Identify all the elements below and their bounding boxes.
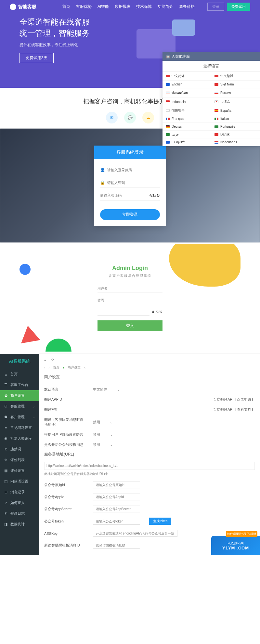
lang-item-15[interactable]: Dansk: [211, 131, 260, 138]
nav-login-button[interactable]: 登录: [207, 3, 224, 11]
sidebar-item-13[interactable]: ⎘登录日志: [0, 508, 39, 519]
input-orig-id[interactable]: [93, 482, 140, 488]
refresh-icon[interactable]: ⟳: [51, 358, 54, 362]
login-pass-input[interactable]: [107, 181, 160, 185]
lock-icon: 🔒: [100, 180, 105, 185]
logo[interactable]: 智能客服: [10, 4, 36, 10]
lang-item-11[interactable]: Italian: [211, 115, 260, 123]
sidebar-item-14[interactable]: ◨数据统计: [0, 519, 39, 530]
sidebar-item-3[interactable]: ⚇客服管理⌄: [0, 401, 39, 412]
login-user-input[interactable]: [107, 168, 160, 172]
sidebar-item-2[interactable]: ✿商户设置: [0, 390, 39, 401]
label-aeskey: AESKey: [44, 532, 86, 535]
input-wx-token[interactable]: [93, 518, 140, 525]
nav-back-icon[interactable]: ‹: [44, 366, 45, 369]
free-trial-button[interactable]: 免费试用3天: [20, 53, 54, 63]
lang-item-12[interactable]: Deutsch: [162, 123, 211, 131]
lang-item-16[interactable]: Ελληνικά: [162, 138, 211, 146]
sidebar-item-0[interactable]: ⌂首页: [0, 369, 39, 380]
login-captcha-input[interactable]: [100, 193, 146, 197]
admin-submit-button[interactable]: 登入: [98, 320, 162, 331]
link-baidu-docs[interactable]: 百度翻译API【查看文档】: [213, 407, 255, 412]
server-url-box[interactable]: http://woline.test/weixin/index/index/bu…: [44, 462, 255, 470]
nav-ai[interactable]: AI智能: [98, 4, 109, 9]
sidebar: AI客服系统 ⌂首页☰客服工作台✿商户设置⚇客服管理⌄⚉客户管理⌄≡常见问题设置…: [0, 354, 39, 555]
lang-item-3[interactable]: Việt Nam: [211, 81, 260, 88]
lang-item-8[interactable]: 대한민국: [162, 106, 211, 115]
admin-user-input[interactable]: [98, 285, 162, 292]
link-baidu-apply[interactable]: 百度翻译API【点击申请】: [213, 397, 255, 402]
nav-advantage[interactable]: 客服优势: [76, 4, 92, 9]
sidebar-item-12[interactable]: ?如何接入: [0, 497, 39, 508]
admin-pass-input[interactable]: [98, 296, 162, 304]
input-aeskey[interactable]: [93, 530, 177, 537]
nav-home[interactable]: 首页: [62, 4, 70, 9]
sidebar-item-1[interactable]: ☰客服工作台: [0, 380, 39, 390]
row-orig-id: 公众号原始id: [44, 479, 255, 491]
nav-reports[interactable]: 数据报表: [115, 4, 130, 9]
lang-header-text: AI智能客服: [172, 54, 190, 59]
lang-label: Deutsch: [172, 125, 184, 128]
select-default-lang[interactable]: 中文简体⌄: [93, 387, 120, 392]
lang-item-7[interactable]: にほん: [211, 97, 260, 106]
lang-label: Россия: [220, 91, 231, 95]
flag-icon: [214, 100, 218, 103]
sidebar-item-9[interactable]: ▦评价设置: [0, 465, 39, 476]
captcha-image[interactable]: 4H3Q: [149, 193, 160, 198]
input-wx-appsecret[interactable]: [93, 506, 140, 512]
breadcrumb-home[interactable]: 首页: [53, 365, 59, 370]
sidebar-item-11[interactable]: ⊟消息记录: [0, 487, 39, 497]
lang-label: English: [172, 83, 182, 86]
select-ip-lang[interactable]: 禁用⌄: [93, 432, 113, 437]
label-ip-lang: 根据用户IP自动设置语言: [44, 432, 86, 437]
input-wx-appid[interactable]: [93, 494, 140, 500]
lang-item-13[interactable]: Português: [211, 123, 260, 131]
lang-item-1[interactable]: 中文繁體: [211, 72, 260, 81]
nav-right: 登录 免费试用: [207, 3, 250, 11]
sidebar-item-5[interactable]: ≡常见问题设置: [0, 422, 39, 433]
input-template-id[interactable]: [93, 542, 140, 549]
lang-item-4[interactable]: ประเทศไทย: [162, 88, 211, 97]
sidebar-item-8[interactable]: ☆评价列表: [0, 455, 39, 465]
language-grid: 中文简体中文繁體EnglishViệt NamประเทศไทยРоссияIn…: [162, 72, 260, 146]
row-secret: 翻译密钥 百度翻译API【查看文档】: [44, 405, 255, 415]
lang-item-9[interactable]: España: [211, 106, 260, 115]
lang-item-6[interactable]: Indonesia: [162, 97, 211, 106]
admin-captcha-image[interactable]: 8 615: [152, 310, 162, 315]
nav-features[interactable]: 功能简介: [158, 4, 173, 9]
sidebar-icon: ⚇: [4, 404, 8, 408]
login-user-row: 👤: [100, 165, 160, 175]
lang-item-0[interactable]: 中文简体: [162, 72, 211, 81]
nav-trial-button[interactable]: 免费试用: [227, 3, 250, 11]
row-auto-translate: 翻译（客服回复消息时自动翻译） 禁用⌄: [44, 415, 255, 430]
lang-item-2[interactable]: English: [162, 81, 211, 88]
generate-token-button[interactable]: 生成token: [149, 518, 171, 525]
sidebar-label: 问候语设置: [10, 479, 28, 484]
select-auto-translate[interactable]: 禁用⌄: [93, 420, 113, 425]
nav-pricing[interactable]: 套餐价格: [179, 4, 195, 9]
nav-links: 首页 客服优势 AI智能 数据报表 技术保障 功能简介 套餐价格: [62, 4, 195, 9]
watermark: 软件/源码/小程序/棋牌 依依源码网 Y1YM .COM: [211, 536, 260, 555]
admin-login-section: Admin Login 多商户客服后台管理系统 8 615 登入: [0, 244, 260, 352]
sidebar-item-4[interactable]: ⚉客户管理⌄: [0, 412, 39, 422]
language-panel: 🤖 AI智能客服 选择语言 中文简体中文繁體EnglishViệt Namประ…: [162, 52, 260, 146]
lang-item-5[interactable]: Россия: [211, 88, 260, 97]
row-wx-token: 公众号token 生成token: [44, 515, 255, 527]
sidebar-item-7[interactable]: ⊘违禁词: [0, 444, 39, 455]
nav-forward-icon[interactable]: ›: [48, 366, 49, 369]
flag-icon: [214, 141, 218, 144]
close-tab-icon[interactable]: ×: [84, 366, 86, 369]
nav-tech[interactable]: 技术保障: [136, 4, 152, 9]
menu-toggle-icon[interactable]: ≡: [44, 358, 46, 362]
logo-text: 智能客服: [18, 4, 36, 10]
admin-captcha-input[interactable]: [98, 308, 150, 316]
sidebar-item-6[interactable]: ◉机器人知识库: [0, 433, 39, 444]
lang-item-17[interactable]: Nederlands: [211, 138, 260, 146]
lang-item-10[interactable]: Français: [162, 115, 211, 123]
lang-item-14[interactable]: عربي: [162, 131, 211, 138]
wechat-icon: 💬: [124, 112, 136, 123]
select-wx-template[interactable]: 禁用⌄: [93, 442, 113, 447]
chevron-down-icon: ⌄: [32, 404, 35, 408]
login-submit-button[interactable]: 立即登录: [100, 209, 160, 220]
sidebar-item-10[interactable]: ◫问候语设置: [0, 476, 39, 487]
